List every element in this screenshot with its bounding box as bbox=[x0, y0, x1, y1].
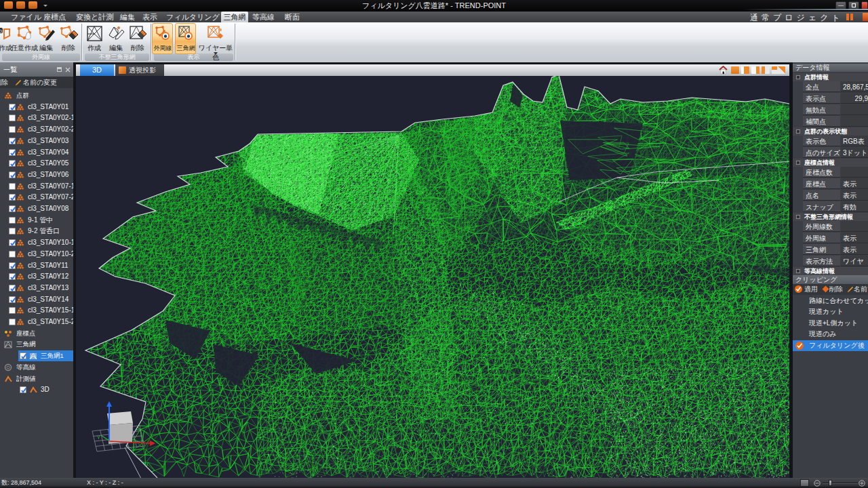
svg-text:TO: TO bbox=[0, 29, 3, 33]
